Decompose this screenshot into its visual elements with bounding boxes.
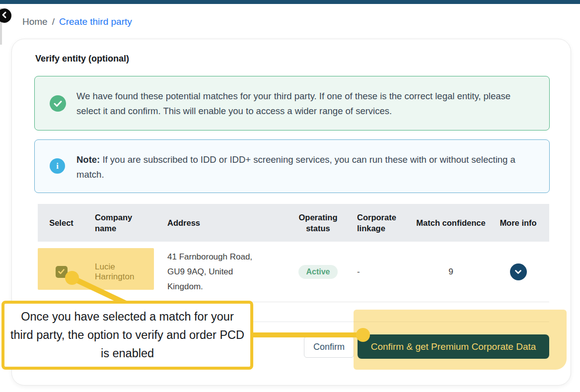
select-cell — [38, 242, 85, 302]
table-header-row: Select Company name Address Operating st… — [38, 204, 549, 242]
expand-row-button[interactable] — [510, 263, 527, 280]
success-alert: We have found these potential matches fo… — [34, 76, 550, 131]
corporate-linkage-cell: - — [349, 242, 415, 302]
info-alert-label: Note: — [76, 154, 100, 165]
success-alert-text: We have found these potential matches fo… — [76, 89, 526, 119]
match-confidence-cell: 9 — [415, 242, 487, 302]
breadcrumb: Home/Create third party — [22, 16, 132, 27]
row-select-checkbox[interactable] — [56, 266, 68, 278]
info-circle-icon: i — [50, 158, 65, 174]
top-accent-bar — [0, 0, 580, 4]
header-match-confidence: Match confidence — [415, 204, 487, 242]
header-address: Address — [157, 204, 287, 242]
address-cell: 41 Farnborough Road, GU9 9AQ, United Kin… — [157, 242, 287, 302]
breadcrumb-current[interactable]: Create third party — [59, 16, 132, 27]
info-alert-text: Note: If you are subscribed to IDD or ID… — [76, 152, 526, 182]
header-company-name: Company name — [85, 204, 157, 242]
operating-status-cell: Active — [287, 242, 349, 302]
status-badge: Active — [298, 265, 337, 279]
more-info-cell — [487, 242, 549, 302]
chevron-down-icon — [514, 267, 522, 277]
page: Home/Create third party Verify entity (o… — [0, 0, 580, 392]
check-circle-icon — [50, 95, 66, 112]
company-name-cell: Lucie Harrington — [85, 242, 157, 302]
page-title: Verify entity (optional) — [35, 54, 129, 64]
header-corporate-linkage: Corporate linkage — [349, 204, 415, 242]
confirm-button[interactable]: Confirm — [304, 336, 354, 358]
breadcrumb-separator: / — [52, 16, 55, 27]
breadcrumb-home[interactable]: Home — [22, 16, 48, 27]
chevron-left-icon — [1, 11, 8, 21]
header-select: Select — [38, 204, 85, 242]
back-button[interactable] — [0, 8, 11, 23]
header-operating-status: Operating status — [287, 204, 349, 242]
info-alert: i Note: If you are subscribed to IDD or … — [34, 139, 550, 193]
confirm-premium-button[interactable]: Confirm & get Premium Corporate Data — [358, 334, 549, 359]
table-row: Lucie Harrington 41 Farnborough Road, GU… — [38, 242, 549, 302]
annotation-callout-text: Once you have selected a match for your … — [9, 308, 246, 363]
annotation-callout: Once you have selected a match for your … — [1, 301, 253, 370]
match-results-table: Select Company name Address Operating st… — [38, 204, 549, 302]
header-more-info: More info — [487, 204, 549, 242]
checkbox-checked-icon — [58, 267, 65, 277]
